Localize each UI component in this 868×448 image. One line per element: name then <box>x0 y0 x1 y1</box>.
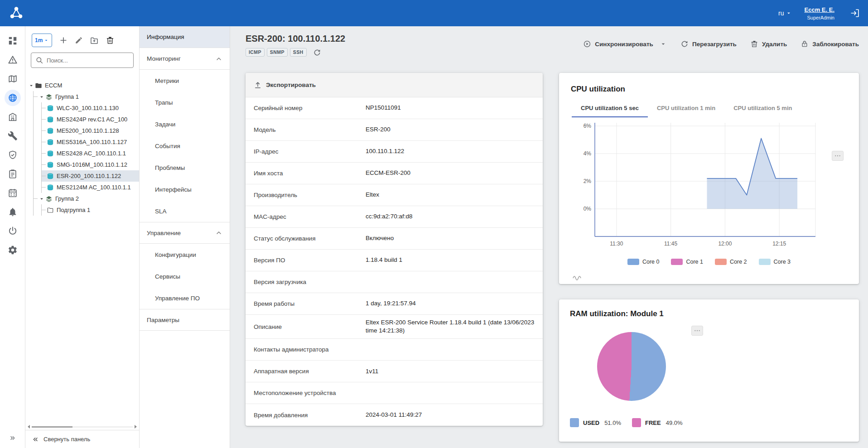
info-row-value: NP15011091 <box>366 100 401 116</box>
menu-item-8[interactable]: SLA <box>140 200 230 222</box>
delete-tree-item-button[interactable] <box>106 36 115 45</box>
menu-item-label: SLA <box>155 208 167 215</box>
language-selector[interactable]: ru <box>778 10 791 17</box>
chart-menu-button[interactable] <box>832 151 844 161</box>
nav-organizations[interactable] <box>5 109 21 125</box>
nav-notifications[interactable] <box>5 204 21 220</box>
nav-availability[interactable] <box>5 223 21 239</box>
menu-item-11[interactable]: Сервисы <box>140 265 230 287</box>
logout-button[interactable] <box>850 8 860 18</box>
scroll-right-arrow-icon[interactable] <box>135 425 137 429</box>
block-label: Заблокировать <box>812 41 859 48</box>
tree-group[interactable]: Группа 2 <box>34 193 139 204</box>
tree-device[interactable]: ME5200_100.110.1.128 <box>42 125 139 136</box>
legend-core-2[interactable]: Core 2 <box>715 259 747 265</box>
nav-tasks[interactable] <box>5 166 21 182</box>
legend-label: USED <box>583 419 599 426</box>
info-row-label: Серийный номер <box>254 105 366 111</box>
device-icon <box>47 127 54 135</box>
legend-core-1[interactable]: Core 1 <box>671 259 703 265</box>
nav-scheduler[interactable] <box>5 185 21 201</box>
search-input[interactable] <box>47 57 129 64</box>
interval-label: 1m <box>35 37 43 43</box>
expand-caret-icon <box>39 196 45 202</box>
menu-item-6[interactable]: Проблемы <box>140 157 230 178</box>
menu-item-4[interactable]: Задачи <box>140 113 230 135</box>
ram-legend-free[interactable]: FREE49.0% <box>632 418 683 427</box>
menu-item-0[interactable]: Информация <box>140 26 230 48</box>
tree-horizontal-scrollbar[interactable] <box>25 424 139 430</box>
legend-core-0[interactable]: Core 0 <box>627 259 660 265</box>
topbar: ru Eccm E. E. SuperAdmin <box>0 0 868 26</box>
pencil-icon <box>75 36 83 44</box>
nav-settings[interactable] <box>5 242 21 258</box>
menu-item-2[interactable]: Метрики <box>140 70 230 92</box>
menu-item-1[interactable]: Мониторинг <box>140 48 230 70</box>
scrollbar-thumb[interactable] <box>32 426 72 428</box>
add-group-button[interactable] <box>90 36 99 45</box>
tree-device[interactable]: MES2424P rev.C1 AC_100 <box>42 114 139 125</box>
menu-item-9[interactable]: Управление <box>140 222 230 244</box>
tree-group[interactable]: Группа 1 <box>34 91 139 102</box>
menu-item-7[interactable]: Интерфейсы <box>140 178 230 200</box>
scrollbar-track[interactable] <box>32 426 133 428</box>
polling-interval-dropdown[interactable]: 1m <box>32 34 52 47</box>
menu-item-13[interactable]: Параметры <box>140 309 230 331</box>
cpu-tab-1[interactable]: CPU utilization 1 min <box>648 99 724 117</box>
user-menu-link[interactable]: Eccm E. E. <box>805 6 834 13</box>
refresh-status-button[interactable] <box>313 48 321 57</box>
block-device-button[interactable]: Заблокировать <box>800 40 859 48</box>
tree-device[interactable]: MES2428 AC_100.110.1.1 <box>42 148 139 159</box>
main-content: ESR-200: 100.110.1.122 ICMPSNMPSSH Синхр… <box>230 26 868 448</box>
refresh-icon <box>313 48 321 57</box>
tree-root[interactable]: ECCM <box>25 80 139 91</box>
edit-button[interactable] <box>75 36 83 44</box>
datazoom-icon[interactable] <box>572 273 583 280</box>
tree-device[interactable]: ESR-200_100.110.1.122 <box>42 170 139 182</box>
export-button[interactable]: Экспортировать <box>254 81 316 89</box>
synchronize-menu-button[interactable] <box>660 40 667 48</box>
tree-connector <box>34 96 38 97</box>
tree-device[interactable]: WLC-30_100.110.1.130 <box>42 102 139 114</box>
tree-device[interactable]: MES5316A_100.110.1.127 <box>42 136 139 148</box>
menu-item-label: Параметры <box>147 317 179 323</box>
tree-subgroup[interactable]: Подгруппа 1 <box>42 204 139 216</box>
info-row-value: 1v11 <box>366 364 378 379</box>
info-row-label: Контакты администратора <box>254 346 366 353</box>
protocol-badge: SNMP <box>267 48 288 57</box>
menu-item-10[interactable]: Конфигурации <box>140 244 230 265</box>
synchronize-button[interactable]: Синхронизировать <box>583 40 653 48</box>
menu-item-label: Метрики <box>155 77 179 84</box>
device-icon <box>47 150 54 157</box>
synchronize-label: Синхронизировать <box>595 41 653 48</box>
organizations-icon <box>8 112 18 122</box>
eccm-logo-icon[interactable] <box>8 5 24 21</box>
legend-core-3[interactable]: Core 3 <box>759 259 791 265</box>
expand-caret-icon <box>39 94 45 100</box>
nav-tools[interactable] <box>5 128 21 144</box>
tree-device[interactable]: SMG-1016M_100.110.1.12 <box>42 159 139 170</box>
expand-rail-button[interactable] <box>0 434 25 442</box>
collapse-panel-button[interactable]: Свернуть панель <box>25 430 139 448</box>
tree-connector <box>42 108 46 108</box>
nav-dashboard[interactable] <box>5 33 21 49</box>
ram-legend-used[interactable]: USED51.0% <box>570 418 621 427</box>
cpu-tab-2[interactable]: CPU utilization 5 min <box>724 99 801 117</box>
menu-item-5[interactable]: События <box>140 135 230 157</box>
menu-item-label: Управление ПО <box>155 295 200 302</box>
menu-item-3[interactable]: Трапы <box>140 92 230 113</box>
reboot-button[interactable]: Перезагрузить <box>680 40 737 48</box>
nav-map[interactable] <box>5 71 21 87</box>
tree-device[interactable]: MES2124M AC_100.110.1.1 <box>42 182 139 193</box>
add-device-button[interactable] <box>59 36 68 45</box>
chart-menu-button[interactable] <box>691 326 703 336</box>
delete-device-button[interactable]: Удалить <box>750 40 787 48</box>
nav-administration[interactable] <box>5 147 21 163</box>
cpu-tab-0[interactable]: CPU utilization 5 sec <box>572 99 648 117</box>
svg-text:11:30: 11:30 <box>610 241 623 247</box>
scroll-left-arrow-icon[interactable] <box>28 425 30 429</box>
nav-devices[interactable] <box>5 90 21 106</box>
nav-alerts[interactable] <box>5 52 21 68</box>
tree-label: ESR-200_100.110.1.122 <box>57 173 121 179</box>
menu-item-12[interactable]: Управление ПО <box>140 287 230 309</box>
